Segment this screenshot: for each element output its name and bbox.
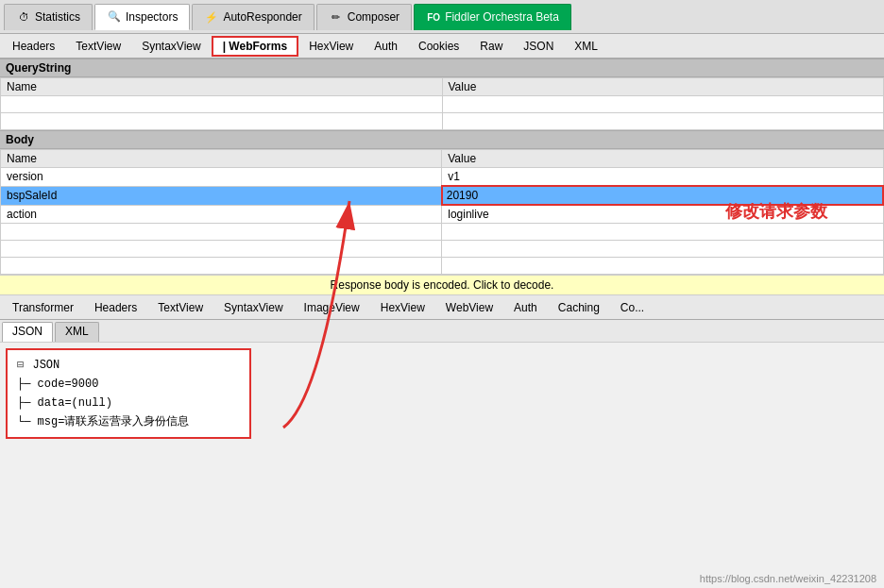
statistics-icon: ⏱	[16, 9, 31, 25]
tab-inspectors-label: Inspectors	[126, 10, 178, 24]
inspectors-icon: 🔍	[107, 9, 122, 25]
tab-response-syntaxview[interactable]: SyntaxView	[213, 297, 293, 318]
tab-response-auth[interactable]: Auth	[503, 297, 548, 318]
tab-autoresponder[interactable]: ⚡ AutoResponder	[192, 4, 314, 30]
tab-fiddler-orchestra[interactable]: FO Fiddler Orchestra Beta	[414, 4, 571, 30]
tab-composer-label: Composer	[348, 10, 400, 24]
tab-mini-json[interactable]: JSON	[2, 322, 53, 342]
querystring-empty-row-2	[1, 113, 884, 130]
table-row: version v1	[1, 168, 884, 187]
json-root-label: JSON	[32, 359, 60, 372]
tab-syntaxview[interactable]: SyntaxView	[131, 36, 211, 57]
tab-response-headers[interactable]: Headers	[84, 297, 147, 318]
main-layout: Headers TextView SyntaxView | WebForms H…	[0, 34, 884, 588]
top-tab-bar: ⏱ Statistics 🔍 Inspectors ⚡ AutoResponde…	[0, 0, 884, 34]
tab-autoresponder-label: AutoResponder	[223, 10, 301, 24]
tab-imageview[interactable]: ImageView	[294, 297, 370, 318]
watermark-text: https://blog.csdn.net/weixin_42231208	[700, 573, 876, 584]
tab-co[interactable]: Co...	[610, 297, 654, 318]
json-data-value: =(null)	[64, 396, 111, 410]
json-msg-line: └─ msg=请联系运营录入身份信息	[17, 412, 240, 431]
sub-tab-bar: Headers TextView SyntaxView | WebForms H…	[0, 34, 884, 59]
querystring-table: Name Value	[0, 77, 884, 130]
tab-inspectors[interactable]: 🔍 Inspectors	[94, 4, 190, 30]
body-empty-row-1	[1, 224, 884, 241]
querystring-section-header: QueryString	[0, 59, 884, 77]
tab-response-hexview[interactable]: HexView	[370, 297, 435, 318]
querystring-name-header: Name	[1, 78, 443, 96]
querystring-value-header: Value	[442, 78, 884, 96]
body-empty-row-3	[1, 258, 884, 275]
upper-section: Headers TextView SyntaxView | WebForms H…	[0, 34, 884, 275]
body-row-name-bspsaleid: bspSaleId	[1, 186, 442, 205]
json-data-line: ├─ data=(null)	[17, 394, 240, 412]
json-root-line: ⊟ JSON	[17, 356, 240, 375]
json-line-prefix-code: ├─	[17, 378, 38, 391]
json-code-line: ├─ code=9000	[17, 375, 240, 394]
tab-statistics[interactable]: ⏱ Statistics	[4, 4, 93, 30]
tab-fiddler-orchestra-label: Fiddler Orchestra Beta	[445, 10, 559, 24]
body-name-header: Name	[1, 150, 442, 168]
composer-icon: ✏	[329, 9, 344, 25]
tab-raw[interactable]: Raw	[469, 36, 513, 57]
json-msg-value: =请联系运营录入身份信息	[58, 415, 189, 428]
body-row-name-action: action	[1, 205, 442, 224]
tab-xml[interactable]: XML	[564, 36, 608, 57]
tab-textview[interactable]: TextView	[65, 36, 131, 57]
body-empty-row-2	[1, 241, 884, 258]
tab-composer[interactable]: ✏ Composer	[316, 4, 412, 30]
tab-webforms[interactable]: | WebForms	[212, 36, 298, 57]
collapse-icon[interactable]: ⊟	[17, 359, 24, 372]
body-section-header: Body	[0, 130, 884, 149]
tab-caching[interactable]: Caching	[548, 297, 610, 318]
tab-headers[interactable]: Headers	[2, 36, 65, 57]
tab-json[interactable]: JSON	[513, 36, 564, 57]
annotation-text: 修改请求参数	[725, 200, 827, 223]
arrow-svg	[227, 343, 416, 456]
body-row-value-version: v1	[442, 168, 883, 187]
encoded-bar[interactable]: Response body is encoded. Click to decod…	[0, 275, 884, 295]
json-data-key: data	[38, 396, 65, 410]
json-line-prefix-data: ├─	[17, 396, 38, 410]
tab-statistics-label: Statistics	[35, 10, 80, 24]
json-line-prefix-msg: └─	[17, 415, 38, 428]
tab-response-textview[interactable]: TextView	[147, 297, 213, 318]
autoresponder-icon: ⚡	[204, 9, 219, 25]
json-msg-key: msg	[38, 415, 59, 428]
json-content-area: ⊟ JSON ├─ code=9000 ├─ data=(null) └─ ms…	[0, 343, 884, 588]
json-code-key: code	[38, 378, 65, 391]
tab-auth[interactable]: Auth	[364, 36, 408, 57]
tab-webview[interactable]: WebView	[435, 297, 503, 318]
tab-mini-xml[interactable]: XML	[55, 322, 99, 342]
body-table-container: Name Value version v1 bspSaleId	[0, 149, 884, 275]
json-code-value: =9000	[64, 378, 98, 391]
tab-transformer[interactable]: Transformer	[2, 297, 84, 318]
tab-hexview[interactable]: HexView	[298, 36, 364, 57]
lower-section: Response body is encoded. Click to decod…	[0, 275, 884, 588]
mini-tab-bar: JSON XML	[0, 320, 884, 343]
json-tree-box: ⊟ JSON ├─ code=9000 ├─ data=(null) └─ ms…	[6, 348, 251, 439]
response-sub-tab-bar: Transformer Headers TextView SyntaxView …	[0, 295, 884, 320]
fiddler-orchestra-icon: FO	[426, 9, 441, 25]
tab-cookies[interactable]: Cookies	[408, 36, 469, 57]
body-row-name-version: version	[1, 168, 442, 187]
body-value-header: Value	[442, 150, 883, 168]
querystring-empty-row	[1, 96, 884, 113]
